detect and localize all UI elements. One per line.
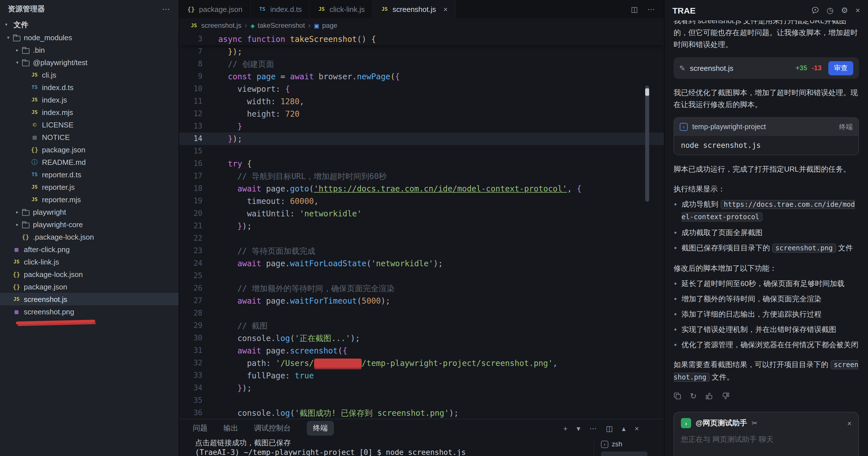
code-token: } xyxy=(237,384,242,393)
line-number: 23 xyxy=(179,245,203,257)
line-number: 18 xyxy=(179,183,203,195)
bottom-panel: 问题输出调试控制台终端 +▾⋯◫▴× 点击超链接成功，截图已保存(TraeAI-… xyxy=(179,419,664,456)
tree-item[interactable]: TSreporter.d.ts xyxy=(0,168,179,181)
assistant-message: 我看到 screenshot.js 文件是用来打开指定URL并截图的，但它可能也… xyxy=(674,21,859,51)
close-panel-icon[interactable]: × xyxy=(635,424,639,432)
tree-item-label: package-lock.json xyxy=(24,270,83,279)
code-token: // 截图 xyxy=(237,321,268,330)
code-token: screenshot xyxy=(290,346,338,355)
thumbs-up-icon[interactable] xyxy=(705,392,713,400)
tree-item[interactable]: ⓘREADME.md xyxy=(0,156,179,168)
gear-icon[interactable]: ⚙ xyxy=(841,6,848,15)
tree-item[interactable]: ▸playwright xyxy=(0,206,179,218)
folder-icon xyxy=(21,208,30,216)
panel-tab-输出[interactable]: 输出 xyxy=(223,423,238,433)
terminal-run-card[interactable]: › temp-playwright-project 终端 node screen… xyxy=(674,117,859,155)
tree-item[interactable]: JSindex.js xyxy=(0,94,179,106)
breadcrumb-item[interactable]: JSscreenshot.js xyxy=(189,22,241,29)
code-token: waitForTimeout xyxy=(290,296,357,305)
tree-item[interactable]: {}package.json xyxy=(0,281,179,293)
file-diff-card[interactable]: ✎ screenshot.js +35 -13 审查 xyxy=(674,57,859,79)
line-number: 32 xyxy=(179,357,203,369)
js-icon: JS xyxy=(30,108,39,116)
close-agent-icon[interactable]: × xyxy=(847,419,851,427)
tree-item[interactable]: ▾@playwright/test xyxy=(0,56,179,69)
thumbs-down-icon[interactable] xyxy=(721,392,730,400)
tree-item[interactable]: JScli.js xyxy=(0,69,179,81)
shell-label: zsh xyxy=(612,440,622,448)
code-editor[interactable]: 7 });8 // 创建页面9 const page = await brows… xyxy=(179,45,664,419)
tree-item-label: .package-lock.json xyxy=(33,232,94,241)
tree-item[interactable]: TSindex.d.ts xyxy=(0,81,179,94)
history-icon[interactable]: ◷ xyxy=(827,6,833,15)
tree-item[interactable]: ▤NOTICE xyxy=(0,131,179,143)
open-terminal-button[interactable]: 终端 xyxy=(839,122,853,132)
code-token: 1280 xyxy=(280,97,299,106)
breadcrumb-item[interactable]: ▣page xyxy=(314,22,337,29)
tree-item[interactable]: ▸playwright-core xyxy=(0,218,179,231)
code-line-13: 13 } xyxy=(179,120,664,133)
files-section-header[interactable]: ▾ 文件 xyxy=(0,18,179,31)
code-line-24: 24 await page.waitForLoadState('networki… xyxy=(179,257,664,270)
edit-file-icon: ✎ xyxy=(679,64,685,72)
line-number: 10 xyxy=(179,83,203,95)
json-icon: {} xyxy=(187,5,195,13)
code-token: , xyxy=(567,184,577,193)
maximize-panel-icon[interactable]: ▴ xyxy=(622,424,626,432)
image-icon: ▦ xyxy=(12,245,21,253)
tree-item[interactable]: ▾node_modules xyxy=(0,31,179,44)
tree-item[interactable]: ©LICENSE xyxy=(0,119,179,131)
tab-screenshot.js[interactable]: JSscreenshot.js× xyxy=(373,0,456,18)
tab-package.json[interactable]: {}package.json xyxy=(179,0,250,18)
split-editor-icon[interactable]: ◫ xyxy=(631,5,638,13)
terminal-dropdown-icon[interactable]: ▾ xyxy=(577,424,580,432)
close-tab-icon[interactable]: × xyxy=(443,5,447,13)
code-token: try xyxy=(228,159,247,168)
tree-item[interactable]: {}.package-lock.json xyxy=(0,231,179,243)
tree-item[interactable]: JSreporter.mjs xyxy=(0,193,179,206)
panel-tab-终端[interactable]: 终端 xyxy=(307,421,334,435)
more-actions-icon[interactable]: ⋯ xyxy=(589,424,597,432)
tree-item[interactable]: JSclick-link.js xyxy=(0,256,179,268)
more-actions-icon[interactable]: ⋯ xyxy=(647,5,655,13)
js-icon: JS xyxy=(30,183,39,191)
line-number: 17 xyxy=(179,170,203,183)
line-number: 8 xyxy=(179,58,203,70)
regenerate-icon[interactable]: ↻ xyxy=(690,391,696,400)
features-list: 延长了超时时间至60秒，确保页面有足够时间加载增加了额外的等待时间，确保页面完全… xyxy=(674,278,859,351)
chat-input[interactable] xyxy=(681,435,851,444)
panel-layout-icon[interactable]: ◫ xyxy=(606,424,613,432)
json-icon: {} xyxy=(12,270,21,278)
chat-message-area[interactable]: 我看到 screenshot.js 文件是用来打开指定URL并截图的，但它可能也… xyxy=(664,21,868,456)
tree-item-label: index.mjs xyxy=(42,108,73,117)
tree-item[interactable]: ▦after-click.png xyxy=(0,243,179,256)
tree-item-label: README.md xyxy=(42,158,86,166)
panel-tab-调试控制台[interactable]: 调试控制台 xyxy=(254,423,291,433)
tree-item[interactable]: ▸.bin xyxy=(0,44,179,56)
panel-tabs: 问题输出调试控制台终端 xyxy=(193,421,334,435)
close-panel-icon[interactable]: × xyxy=(856,6,860,15)
breadcrumb-item[interactable]: ◈takeScreenshot xyxy=(250,22,305,29)
tree-item[interactable]: JSreporter.js xyxy=(0,181,179,193)
tab-click-link.js[interactable]: JSclick-link.js xyxy=(310,0,373,18)
agent-card-header: › @网页测试助手 ✂ × xyxy=(681,418,851,428)
tree-item-label: reporter.mjs xyxy=(42,195,81,204)
tree-item[interactable]: JSscreenshot.js xyxy=(0,293,179,305)
scrollbar-thumb[interactable] xyxy=(645,86,649,202)
tab-index.d.ts[interactable]: TSindex.d.ts xyxy=(250,0,310,18)
terminal-output[interactable]: 点击超链接成功，截图已保存(TraeAI-3) ~/temp-playwrigh… xyxy=(179,437,664,456)
copy-icon[interactable] xyxy=(674,392,681,400)
panel-tab-问题[interactable]: 问题 xyxy=(193,423,208,433)
tree-item[interactable]: JSindex.mjs xyxy=(0,106,179,119)
tree-item[interactable]: {}package.json xyxy=(0,143,179,156)
tree-item-label: reporter.d.ts xyxy=(42,170,81,179)
review-button[interactable]: 审查 xyxy=(828,61,853,75)
tree-item[interactable]: {}package-lock.json xyxy=(0,268,179,281)
new-chat-icon[interactable] xyxy=(811,6,819,14)
ellipsis-icon[interactable]: ⋯ xyxy=(162,4,170,13)
tree-item[interactable]: ▦screenshot.png xyxy=(0,305,179,318)
shell-item-zsh[interactable]: ›zsh xyxy=(598,438,650,450)
code-line-7: 7 }); xyxy=(179,45,664,58)
closing-paragraph: 如果需要查看截图结果，可以打开项目目录下的 screenshot.png 文件。 xyxy=(674,359,859,384)
new-terminal-icon[interactable]: + xyxy=(563,424,567,432)
